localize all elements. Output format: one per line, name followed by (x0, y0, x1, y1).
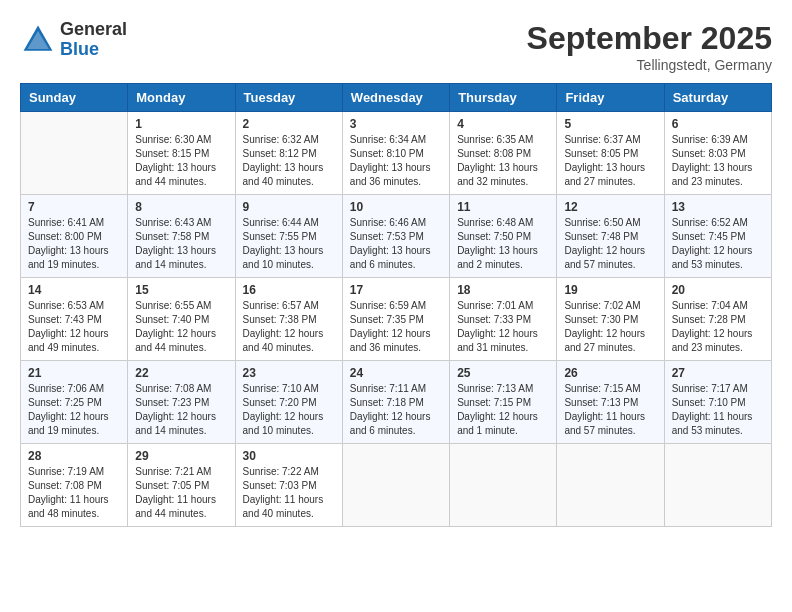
calendar-cell: 19Sunrise: 7:02 AMSunset: 7:30 PMDayligh… (557, 278, 664, 361)
day-number: 10 (350, 200, 442, 214)
calendar-cell: 16Sunrise: 6:57 AMSunset: 7:38 PMDayligh… (235, 278, 342, 361)
day-number: 23 (243, 366, 335, 380)
column-header-thursday: Thursday (450, 84, 557, 112)
day-number: 30 (243, 449, 335, 463)
calendar-cell: 13Sunrise: 6:52 AMSunset: 7:45 PMDayligh… (664, 195, 771, 278)
calendar-cell (664, 444, 771, 527)
logo-text: General Blue (60, 20, 127, 60)
day-number: 4 (457, 117, 549, 131)
day-number: 2 (243, 117, 335, 131)
calendar-cell: 12Sunrise: 6:50 AMSunset: 7:48 PMDayligh… (557, 195, 664, 278)
day-number: 20 (672, 283, 764, 297)
calendar-cell (21, 112, 128, 195)
day-info: Sunrise: 6:46 AMSunset: 7:53 PMDaylight:… (350, 216, 442, 272)
calendar-cell: 17Sunrise: 6:59 AMSunset: 7:35 PMDayligh… (342, 278, 449, 361)
day-number: 17 (350, 283, 442, 297)
day-info: Sunrise: 7:19 AMSunset: 7:08 PMDaylight:… (28, 465, 120, 521)
calendar-cell: 18Sunrise: 7:01 AMSunset: 7:33 PMDayligh… (450, 278, 557, 361)
day-info: Sunrise: 7:15 AMSunset: 7:13 PMDaylight:… (564, 382, 656, 438)
logo-general-text: General (60, 20, 127, 40)
calendar-cell: 30Sunrise: 7:22 AMSunset: 7:03 PMDayligh… (235, 444, 342, 527)
day-info: Sunrise: 6:32 AMSunset: 8:12 PMDaylight:… (243, 133, 335, 189)
column-header-friday: Friday (557, 84, 664, 112)
calendar-cell (450, 444, 557, 527)
calendar-cell: 6Sunrise: 6:39 AMSunset: 8:03 PMDaylight… (664, 112, 771, 195)
calendar-cell: 27Sunrise: 7:17 AMSunset: 7:10 PMDayligh… (664, 361, 771, 444)
calendar-cell: 26Sunrise: 7:15 AMSunset: 7:13 PMDayligh… (557, 361, 664, 444)
calendar-cell: 29Sunrise: 7:21 AMSunset: 7:05 PMDayligh… (128, 444, 235, 527)
calendar-cell: 2Sunrise: 6:32 AMSunset: 8:12 PMDaylight… (235, 112, 342, 195)
day-number: 29 (135, 449, 227, 463)
day-info: Sunrise: 7:02 AMSunset: 7:30 PMDaylight:… (564, 299, 656, 355)
page-header: General Blue September 2025 Tellingstedt… (20, 20, 772, 73)
logo: General Blue (20, 20, 127, 60)
day-info: Sunrise: 6:52 AMSunset: 7:45 PMDaylight:… (672, 216, 764, 272)
calendar-header-row: SundayMondayTuesdayWednesdayThursdayFrid… (21, 84, 772, 112)
calendar-cell: 28Sunrise: 7:19 AMSunset: 7:08 PMDayligh… (21, 444, 128, 527)
day-number: 18 (457, 283, 549, 297)
day-number: 27 (672, 366, 764, 380)
day-info: Sunrise: 7:01 AMSunset: 7:33 PMDaylight:… (457, 299, 549, 355)
day-number: 9 (243, 200, 335, 214)
day-number: 25 (457, 366, 549, 380)
day-number: 22 (135, 366, 227, 380)
calendar-cell (342, 444, 449, 527)
day-number: 6 (672, 117, 764, 131)
location-subtitle: Tellingstedt, Germany (527, 57, 772, 73)
day-info: Sunrise: 6:48 AMSunset: 7:50 PMDaylight:… (457, 216, 549, 272)
calendar-week-row: 28Sunrise: 7:19 AMSunset: 7:08 PMDayligh… (21, 444, 772, 527)
column-header-wednesday: Wednesday (342, 84, 449, 112)
day-info: Sunrise: 6:59 AMSunset: 7:35 PMDaylight:… (350, 299, 442, 355)
column-header-sunday: Sunday (21, 84, 128, 112)
logo-blue-text: Blue (60, 40, 127, 60)
calendar-cell: 8Sunrise: 6:43 AMSunset: 7:58 PMDaylight… (128, 195, 235, 278)
day-info: Sunrise: 7:10 AMSunset: 7:20 PMDaylight:… (243, 382, 335, 438)
calendar-cell: 11Sunrise: 6:48 AMSunset: 7:50 PMDayligh… (450, 195, 557, 278)
calendar-cell: 1Sunrise: 6:30 AMSunset: 8:15 PMDaylight… (128, 112, 235, 195)
calendar-cell (557, 444, 664, 527)
calendar-cell: 3Sunrise: 6:34 AMSunset: 8:10 PMDaylight… (342, 112, 449, 195)
day-info: Sunrise: 7:08 AMSunset: 7:23 PMDaylight:… (135, 382, 227, 438)
day-info: Sunrise: 6:34 AMSunset: 8:10 PMDaylight:… (350, 133, 442, 189)
day-number: 28 (28, 449, 120, 463)
calendar-cell: 24Sunrise: 7:11 AMSunset: 7:18 PMDayligh… (342, 361, 449, 444)
day-info: Sunrise: 6:30 AMSunset: 8:15 PMDaylight:… (135, 133, 227, 189)
calendar-cell: 14Sunrise: 6:53 AMSunset: 7:43 PMDayligh… (21, 278, 128, 361)
day-info: Sunrise: 6:44 AMSunset: 7:55 PMDaylight:… (243, 216, 335, 272)
calendar-table: SundayMondayTuesdayWednesdayThursdayFrid… (20, 83, 772, 527)
day-number: 15 (135, 283, 227, 297)
day-info: Sunrise: 6:43 AMSunset: 7:58 PMDaylight:… (135, 216, 227, 272)
column-header-tuesday: Tuesday (235, 84, 342, 112)
calendar-cell: 9Sunrise: 6:44 AMSunset: 7:55 PMDaylight… (235, 195, 342, 278)
calendar-week-row: 14Sunrise: 6:53 AMSunset: 7:43 PMDayligh… (21, 278, 772, 361)
calendar-cell: 4Sunrise: 6:35 AMSunset: 8:08 PMDaylight… (450, 112, 557, 195)
column-header-saturday: Saturday (664, 84, 771, 112)
day-info: Sunrise: 7:06 AMSunset: 7:25 PMDaylight:… (28, 382, 120, 438)
day-number: 3 (350, 117, 442, 131)
day-number: 14 (28, 283, 120, 297)
calendar-cell: 7Sunrise: 6:41 AMSunset: 8:00 PMDaylight… (21, 195, 128, 278)
day-number: 8 (135, 200, 227, 214)
day-number: 19 (564, 283, 656, 297)
day-number: 1 (135, 117, 227, 131)
day-info: Sunrise: 6:55 AMSunset: 7:40 PMDaylight:… (135, 299, 227, 355)
calendar-week-row: 21Sunrise: 7:06 AMSunset: 7:25 PMDayligh… (21, 361, 772, 444)
day-info: Sunrise: 6:37 AMSunset: 8:05 PMDaylight:… (564, 133, 656, 189)
column-header-monday: Monday (128, 84, 235, 112)
day-info: Sunrise: 7:13 AMSunset: 7:15 PMDaylight:… (457, 382, 549, 438)
month-title: September 2025 (527, 20, 772, 57)
day-info: Sunrise: 7:22 AMSunset: 7:03 PMDaylight:… (243, 465, 335, 521)
day-info: Sunrise: 6:50 AMSunset: 7:48 PMDaylight:… (564, 216, 656, 272)
day-info: Sunrise: 7:17 AMSunset: 7:10 PMDaylight:… (672, 382, 764, 438)
day-number: 26 (564, 366, 656, 380)
day-number: 16 (243, 283, 335, 297)
calendar-cell: 20Sunrise: 7:04 AMSunset: 7:28 PMDayligh… (664, 278, 771, 361)
calendar-cell: 21Sunrise: 7:06 AMSunset: 7:25 PMDayligh… (21, 361, 128, 444)
day-number: 5 (564, 117, 656, 131)
logo-icon (20, 22, 56, 58)
day-info: Sunrise: 6:35 AMSunset: 8:08 PMDaylight:… (457, 133, 549, 189)
day-info: Sunrise: 6:39 AMSunset: 8:03 PMDaylight:… (672, 133, 764, 189)
day-number: 7 (28, 200, 120, 214)
day-info: Sunrise: 6:41 AMSunset: 8:00 PMDaylight:… (28, 216, 120, 272)
day-number: 12 (564, 200, 656, 214)
